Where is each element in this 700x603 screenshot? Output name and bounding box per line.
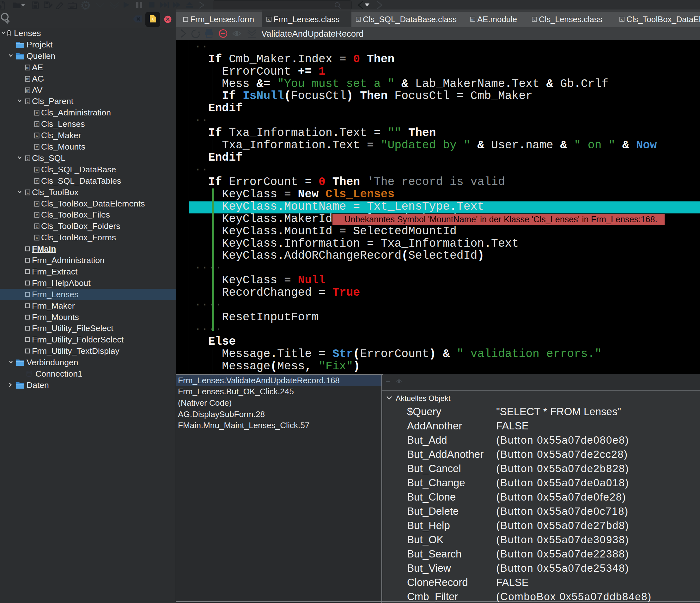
svg-text:m: m <box>471 17 474 21</box>
svg-text:c: c <box>36 202 38 206</box>
svg-text:c: c <box>36 213 38 217</box>
svg-text:c: c <box>36 224 38 228</box>
svg-text:c: c <box>621 17 623 21</box>
svg-text:c: c <box>36 236 38 240</box>
svg-text:m: m <box>26 66 29 70</box>
svg-text:c: c <box>268 17 270 21</box>
svg-text:c: c <box>36 168 38 172</box>
svg-text:m: m <box>26 77 29 81</box>
svg-text:c: c <box>27 156 28 161</box>
svg-text:c: c <box>533 17 535 21</box>
svg-text:c: c <box>36 145 38 149</box>
svg-text:c: c <box>36 134 38 138</box>
svg-text:c: c <box>36 111 38 115</box>
svg-text:c: c <box>36 122 38 126</box>
svg-text:c: c <box>27 99 28 104</box>
svg-text:c: c <box>27 190 28 195</box>
svg-text:m: m <box>26 88 29 93</box>
svg-text:c: c <box>357 17 359 21</box>
svg-text:c: c <box>36 179 38 184</box>
